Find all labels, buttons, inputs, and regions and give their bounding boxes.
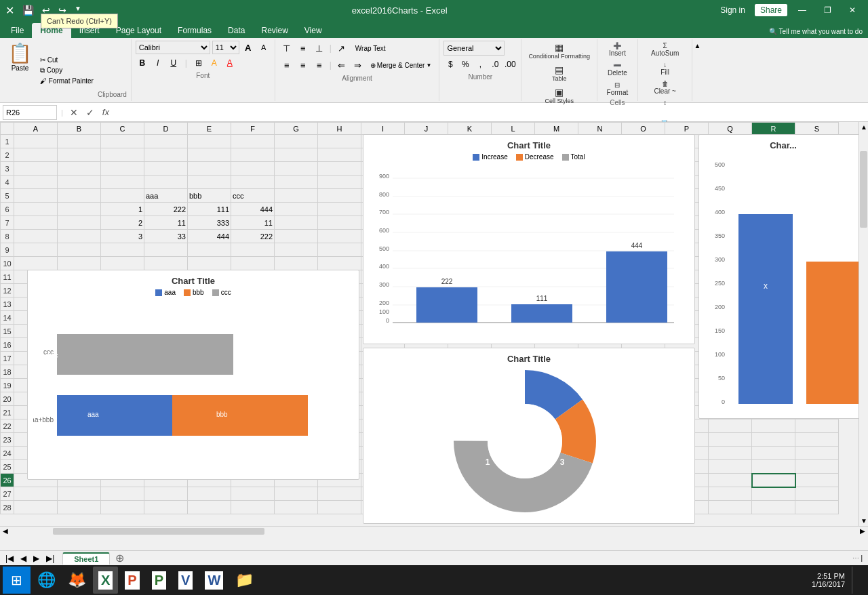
cell-D6[interactable]: 222 [144, 203, 188, 216]
cell-S23[interactable] [795, 433, 839, 447]
cell-R26[interactable] [752, 474, 795, 487]
cell-F28[interactable] [231, 501, 275, 514]
cell-S25[interactable] [795, 460, 839, 474]
sheet-nav-prev[interactable]: ◀ [18, 553, 29, 564]
cell-R24[interactable] [752, 447, 795, 460]
cell-H7[interactable] [318, 216, 361, 230]
cell-D27[interactable] [144, 487, 188, 501]
cell-E27[interactable] [188, 487, 231, 501]
cell-A4[interactable] [14, 176, 58, 189]
merge-center-button[interactable]: ⊕ Merge & Center ▼ [367, 60, 435, 71]
fill-color-button[interactable]: A [208, 56, 221, 70]
cell-B1[interactable] [58, 135, 101, 148]
cell-D1[interactable] [144, 135, 188, 148]
cell-G2[interactable] [275, 148, 318, 162]
scroll-track[interactable] [859, 132, 868, 516]
cell-S26[interactable] [795, 474, 839, 487]
cell-D5[interactable]: aaa [144, 189, 188, 203]
scroll-thumb[interactable] [860, 151, 867, 228]
cell-B3[interactable] [58, 162, 101, 176]
cell-Q22[interactable] [709, 419, 752, 433]
cell-S27[interactable] [795, 487, 839, 501]
sheet-nav-next[interactable]: ▶ [31, 553, 42, 564]
chart-1-box[interactable]: Chart Title aaa bbb ccc [27, 270, 359, 480]
cell-C8[interactable]: 3 [101, 230, 144, 243]
cell-E7[interactable]: 333 [188, 216, 231, 230]
cell-Q26[interactable] [709, 474, 752, 487]
align-left-button[interactable]: ≡ [279, 58, 294, 73]
cell-B8[interactable] [58, 230, 101, 243]
cell-styles-button[interactable]: ▣ Cell Styles [542, 85, 576, 106]
cell-H4[interactable] [318, 176, 361, 189]
taskbar-project[interactable]: P [146, 567, 172, 594]
cell-B27[interactable] [58, 487, 101, 501]
cell-F7[interactable]: 11 [231, 216, 275, 230]
cell-C6[interactable]: 1 [101, 203, 144, 216]
taskbar-clock[interactable]: 2:51 PM 1/16/2017 [812, 572, 850, 588]
cell-C7[interactable]: 2 [101, 216, 144, 230]
cell-A8[interactable] [14, 230, 58, 243]
text-direction-button[interactable]: ↗ [334, 41, 349, 56]
cell-G1[interactable] [275, 135, 318, 148]
clear-button[interactable]: 🗑 Clear ~ [642, 79, 688, 96]
comma-button[interactable]: , [473, 58, 487, 71]
cell-H9[interactable] [318, 243, 361, 257]
tab-data[interactable]: Data [220, 23, 253, 38]
cell-E1[interactable] [188, 135, 231, 148]
cell-A5[interactable] [14, 189, 58, 203]
cell-D8[interactable]: 33 [144, 230, 188, 243]
cell-C3[interactable] [101, 162, 144, 176]
cell-E28[interactable] [188, 501, 231, 514]
cell-H1[interactable] [318, 135, 361, 148]
cell-B28[interactable] [58, 501, 101, 514]
h-scroll-track[interactable] [11, 528, 857, 535]
taskbar-visio[interactable]: V [173, 567, 198, 594]
cell-A27[interactable] [14, 487, 58, 501]
font-grow-button[interactable]: A [241, 41, 255, 54]
cell-R25[interactable] [752, 460, 795, 474]
wrap-text-button[interactable]: Wrap Text [351, 43, 391, 54]
cell-A7[interactable] [14, 216, 58, 230]
bold-button[interactable]: B [136, 56, 149, 70]
indent-decrease-button[interactable]: ⇐ [334, 58, 349, 73]
start-button[interactable]: ⊞ [3, 567, 31, 594]
cell-B9[interactable] [58, 243, 101, 257]
tab-review[interactable]: Review [253, 23, 296, 38]
italic-button[interactable]: I [151, 56, 165, 70]
cell-S24[interactable] [795, 447, 839, 460]
copy-button[interactable]: ⧉ Copy [37, 66, 96, 75]
cell-G3[interactable] [275, 162, 318, 176]
cell-D3[interactable] [144, 162, 188, 176]
cell-H10[interactable] [318, 257, 361, 270]
cell-R23[interactable] [752, 433, 795, 447]
cell-F1[interactable] [231, 135, 275, 148]
sheet-tab-sheet1[interactable]: Sheet1 [62, 552, 110, 565]
cell-R27[interactable] [752, 487, 795, 501]
cell-B2[interactable] [58, 148, 101, 162]
cell-A2[interactable] [14, 148, 58, 162]
taskbar-firefox[interactable]: 🦊 [62, 567, 92, 594]
cell-G8[interactable] [275, 230, 318, 243]
cell-G10[interactable] [275, 257, 318, 270]
formula-input[interactable] [115, 105, 865, 120]
cell-E4[interactable] [188, 176, 231, 189]
taskbar-excel[interactable]: X [93, 567, 118, 594]
cell-F8[interactable]: 222 [231, 230, 275, 243]
number-format-select[interactable]: General [443, 41, 505, 56]
cell-B5[interactable] [58, 189, 101, 203]
cell-G5[interactable] [275, 189, 318, 203]
confirm-formula-button[interactable]: ✓ [83, 107, 97, 118]
underline-button[interactable]: U [167, 56, 180, 70]
cell-G7[interactable] [275, 216, 318, 230]
decimal-decrease-button[interactable]: .00 [503, 58, 517, 71]
cell-A1[interactable] [14, 135, 58, 148]
show-desktop-button[interactable] [852, 567, 865, 594]
cell-H5[interactable] [318, 189, 361, 203]
name-box[interactable] [3, 105, 57, 120]
vertical-scrollbar[interactable]: ▲ ▼ [859, 122, 868, 526]
scroll-left-button[interactable]: ◀ [0, 526, 11, 535]
cell-C27[interactable] [101, 487, 144, 501]
cell-C10[interactable] [101, 257, 144, 270]
conditional-formatting-button[interactable]: ▦ Conditional Formatting [526, 41, 593, 61]
cell-G27[interactable] [275, 487, 318, 501]
